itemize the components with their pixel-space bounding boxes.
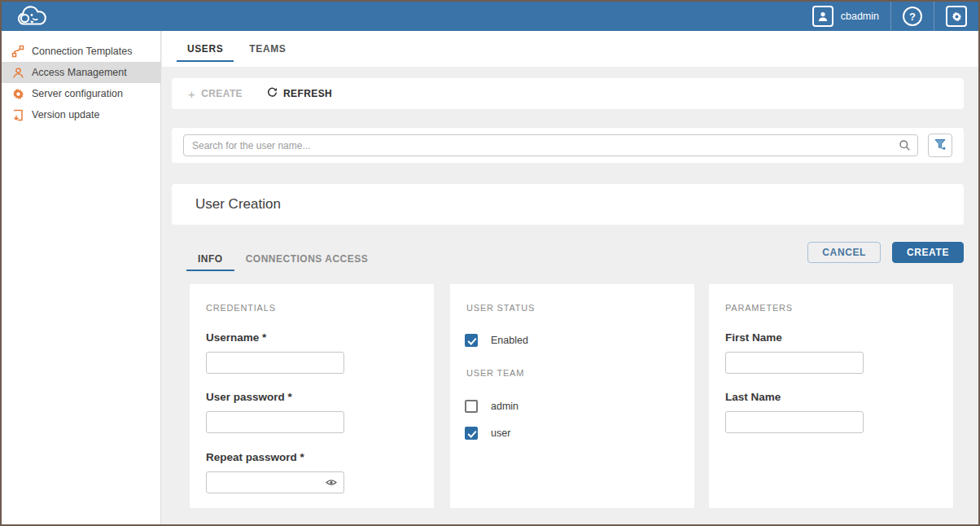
gear-icon (11, 87, 24, 100)
toolbar-refresh-button[interactable]: REFRESH (267, 87, 332, 100)
team-admin-checkbox[interactable] (465, 400, 478, 413)
panel-tabs-row: INFO CONNECTIONS ACCESS CANCEL CREATE (172, 242, 964, 271)
route-icon (11, 45, 24, 58)
user-status-header: USER STATUS (466, 303, 535, 313)
credentials-header: CREDENTIALS (206, 303, 276, 313)
eye-icon (326, 476, 337, 490)
show-password-button[interactable] (323, 475, 339, 491)
username-label: cbadmin (841, 11, 879, 22)
create-button[interactable]: CREATE (892, 242, 964, 263)
password-field[interactable] (206, 411, 344, 433)
admin-tab-bar: USERS TEAMS (162, 31, 978, 67)
username-label: Username * (206, 331, 266, 344)
parameters-card: PARAMETERS First Name Last Name (709, 284, 953, 508)
team-user-row[interactable]: user (465, 427, 510, 440)
first-name-field[interactable] (725, 352, 864, 374)
first-name-label: First Name (725, 331, 782, 344)
help-button[interactable]: ? (891, 2, 934, 31)
refresh-icon (267, 87, 278, 100)
tab-teams[interactable]: TEAMS (236, 31, 299, 67)
sidebar-item-version-update[interactable]: Version update (2, 104, 160, 125)
topbar-right-cluster: cbadmin ? (801, 2, 978, 31)
sidebar-item-server-configuration[interactable]: Server configuration (2, 83, 160, 104)
sidebar-item-label: Access Management (32, 67, 127, 78)
enabled-label: Enabled (491, 335, 528, 346)
toolbar-create-button[interactable]: + CREATE (188, 88, 243, 100)
team-user-label: user (491, 427, 510, 439)
password-label: User password * (206, 391, 292, 403)
user-team-header: USER TEAM (466, 368, 524, 378)
sidebar-item-access-management[interactable]: Access Management (2, 62, 160, 83)
search-bar-container (172, 128, 964, 163)
content-area: + CREATE REFRESH (162, 67, 978, 524)
sidebar-item-label: Version update (32, 109, 99, 121)
last-name-label: Last Name (725, 391, 781, 403)
search-input[interactable] (183, 134, 918, 156)
user-avatar-icon (812, 6, 833, 27)
sidebar-item-label: Server configuration (32, 88, 123, 99)
cancel-button[interactable]: CANCEL (807, 242, 881, 263)
team-user-checkbox[interactable] (465, 427, 478, 440)
last-name-field[interactable] (725, 411, 864, 433)
main-area: USERS TEAMS + CREATE REFRESH (162, 31, 978, 524)
filter-button[interactable] (928, 134, 952, 157)
parameters-header: PARAMETERS (725, 303, 793, 313)
user-menu[interactable]: cbadmin (801, 2, 890, 31)
panel-actions: CANCEL CREATE (807, 242, 964, 271)
plus-icon: + (188, 88, 195, 100)
help-icon: ? (903, 7, 922, 26)
team-admin-row[interactable]: admin (465, 400, 518, 413)
team-admin-label: admin (491, 401, 518, 412)
enabled-checkbox-row[interactable]: Enabled (465, 334, 528, 347)
repeat-password-label: Repeat password * (206, 451, 304, 463)
tab-users[interactable]: USERS (174, 31, 236, 67)
search-icon (899, 139, 911, 155)
tab-connections-access[interactable]: CONNECTIONS ACCESS (234, 242, 380, 271)
users-toolbar: + CREATE REFRESH (172, 78, 964, 109)
enabled-checkbox[interactable] (465, 334, 478, 347)
person-icon (11, 66, 24, 79)
document-update-icon (11, 108, 24, 121)
cloudbeaver-logo-icon (13, 4, 50, 28)
username-field[interactable] (206, 352, 344, 374)
panel-title-bar: User Creation (172, 184, 964, 225)
sidebar: Connection Templates Access Management S… (2, 31, 161, 524)
sidebar-item-connection-templates[interactable]: Connection Templates (2, 41, 160, 62)
credentials-card: CREDENTIALS Username * User password * R… (190, 284, 434, 508)
user-status-card: USER STATUS Enabled USER TEAM admin user (450, 284, 694, 508)
search-box (183, 134, 918, 156)
settings-button[interactable] (934, 2, 978, 31)
tab-info[interactable]: INFO (186, 242, 234, 271)
page-title: User Creation (195, 196, 281, 213)
filter-icon (934, 138, 947, 154)
top-bar: cbadmin ? (2, 2, 978, 31)
sidebar-item-label: Connection Templates (32, 46, 132, 57)
panel-tabs: INFO CONNECTIONS ACCESS (172, 242, 379, 271)
settings-gear-icon (946, 6, 967, 27)
app-window: cbadmin ? (0, 0, 980, 526)
